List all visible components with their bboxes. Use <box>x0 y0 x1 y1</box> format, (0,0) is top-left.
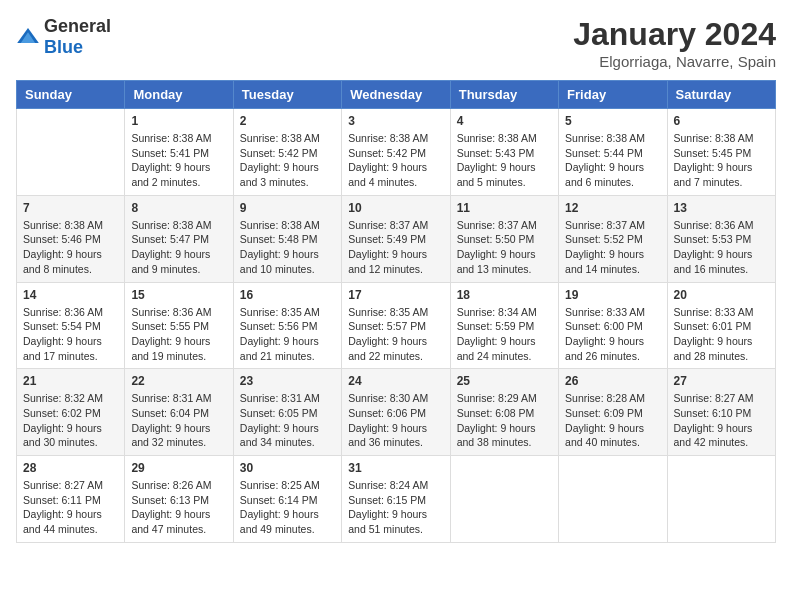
cell-content: Sunrise: 8:38 AM Sunset: 5:44 PM Dayligh… <box>565 131 660 190</box>
sunset: Sunset: 5:42 PM <box>348 147 426 159</box>
calendar-cell: 20 Sunrise: 8:33 AM Sunset: 6:01 PM Dayl… <box>667 282 775 369</box>
calendar-cell: 11 Sunrise: 8:37 AM Sunset: 5:50 PM Dayl… <box>450 195 558 282</box>
day-header-thursday: Thursday <box>450 81 558 109</box>
sunrise: Sunrise: 8:35 AM <box>240 306 320 318</box>
calendar-cell: 26 Sunrise: 8:28 AM Sunset: 6:09 PM Dayl… <box>559 369 667 456</box>
sunrise: Sunrise: 8:36 AM <box>674 219 754 231</box>
days-header-row: SundayMondayTuesdayWednesdayThursdayFrid… <box>17 81 776 109</box>
day-header-sunday: Sunday <box>17 81 125 109</box>
daylight: Daylight: 9 hours and 38 minutes. <box>457 422 536 449</box>
calendar-cell: 27 Sunrise: 8:27 AM Sunset: 6:10 PM Dayl… <box>667 369 775 456</box>
daylight: Daylight: 9 hours and 17 minutes. <box>23 335 102 362</box>
daylight: Daylight: 9 hours and 36 minutes. <box>348 422 427 449</box>
sunrise: Sunrise: 8:37 AM <box>348 219 428 231</box>
calendar-cell: 4 Sunrise: 8:38 AM Sunset: 5:43 PM Dayli… <box>450 109 558 196</box>
day-number: 21 <box>23 374 118 388</box>
sunrise: Sunrise: 8:36 AM <box>131 306 211 318</box>
sunrise: Sunrise: 8:38 AM <box>131 132 211 144</box>
sunset: Sunset: 5:57 PM <box>348 320 426 332</box>
sunset: Sunset: 5:44 PM <box>565 147 643 159</box>
cell-content: Sunrise: 8:28 AM Sunset: 6:09 PM Dayligh… <box>565 391 660 450</box>
day-number: 31 <box>348 461 443 475</box>
calendar-cell <box>667 456 775 543</box>
sunset: Sunset: 5:41 PM <box>131 147 209 159</box>
calendar-cell: 31 Sunrise: 8:24 AM Sunset: 6:15 PM Dayl… <box>342 456 450 543</box>
week-row-4: 21 Sunrise: 8:32 AM Sunset: 6:02 PM Dayl… <box>17 369 776 456</box>
cell-content: Sunrise: 8:27 AM Sunset: 6:10 PM Dayligh… <box>674 391 769 450</box>
calendar-cell: 22 Sunrise: 8:31 AM Sunset: 6:04 PM Dayl… <box>125 369 233 456</box>
day-number: 16 <box>240 288 335 302</box>
sunset: Sunset: 6:14 PM <box>240 494 318 506</box>
daylight: Daylight: 9 hours and 28 minutes. <box>674 335 753 362</box>
sunrise: Sunrise: 8:28 AM <box>565 392 645 404</box>
cell-content: Sunrise: 8:33 AM Sunset: 6:01 PM Dayligh… <box>674 305 769 364</box>
calendar-cell: 14 Sunrise: 8:36 AM Sunset: 5:54 PM Dayl… <box>17 282 125 369</box>
calendar-cell: 15 Sunrise: 8:36 AM Sunset: 5:55 PM Dayl… <box>125 282 233 369</box>
sunset: Sunset: 5:59 PM <box>457 320 535 332</box>
calendar-cell <box>559 456 667 543</box>
cell-content: Sunrise: 8:33 AM Sunset: 6:00 PM Dayligh… <box>565 305 660 364</box>
calendar-cell <box>17 109 125 196</box>
logo: General Blue <box>16 16 111 58</box>
sunrise: Sunrise: 8:36 AM <box>23 306 103 318</box>
day-header-tuesday: Tuesday <box>233 81 341 109</box>
day-number: 26 <box>565 374 660 388</box>
cell-content: Sunrise: 8:35 AM Sunset: 5:57 PM Dayligh… <box>348 305 443 364</box>
day-number: 3 <box>348 114 443 128</box>
calendar-cell: 30 Sunrise: 8:25 AM Sunset: 6:14 PM Dayl… <box>233 456 341 543</box>
week-row-2: 7 Sunrise: 8:38 AM Sunset: 5:46 PM Dayli… <box>17 195 776 282</box>
daylight: Daylight: 9 hours and 21 minutes. <box>240 335 319 362</box>
cell-content: Sunrise: 8:37 AM Sunset: 5:49 PM Dayligh… <box>348 218 443 277</box>
sunrise: Sunrise: 8:37 AM <box>457 219 537 231</box>
sunrise: Sunrise: 8:34 AM <box>457 306 537 318</box>
sunset: Sunset: 6:11 PM <box>23 494 101 506</box>
sunrise: Sunrise: 8:27 AM <box>674 392 754 404</box>
calendar-cell: 28 Sunrise: 8:27 AM Sunset: 6:11 PM Dayl… <box>17 456 125 543</box>
sunset: Sunset: 6:00 PM <box>565 320 643 332</box>
sunrise: Sunrise: 8:38 AM <box>565 132 645 144</box>
calendar-cell: 24 Sunrise: 8:30 AM Sunset: 6:06 PM Dayl… <box>342 369 450 456</box>
day-number: 15 <box>131 288 226 302</box>
cell-content: Sunrise: 8:38 AM Sunset: 5:48 PM Dayligh… <box>240 218 335 277</box>
page-header: General Blue January 2024 Elgorriaga, Na… <box>16 16 776 70</box>
day-number: 27 <box>674 374 769 388</box>
calendar-cell: 6 Sunrise: 8:38 AM Sunset: 5:45 PM Dayli… <box>667 109 775 196</box>
sunset: Sunset: 6:08 PM <box>457 407 535 419</box>
daylight: Daylight: 9 hours and 2 minutes. <box>131 161 210 188</box>
sunrise: Sunrise: 8:29 AM <box>457 392 537 404</box>
daylight: Daylight: 9 hours and 19 minutes. <box>131 335 210 362</box>
sunset: Sunset: 6:10 PM <box>674 407 752 419</box>
sunset: Sunset: 6:09 PM <box>565 407 643 419</box>
sunset: Sunset: 5:42 PM <box>240 147 318 159</box>
cell-content: Sunrise: 8:37 AM Sunset: 5:50 PM Dayligh… <box>457 218 552 277</box>
daylight: Daylight: 9 hours and 51 minutes. <box>348 508 427 535</box>
sunset: Sunset: 6:15 PM <box>348 494 426 506</box>
calendar-cell: 16 Sunrise: 8:35 AM Sunset: 5:56 PM Dayl… <box>233 282 341 369</box>
sunrise: Sunrise: 8:27 AM <box>23 479 103 491</box>
day-number: 10 <box>348 201 443 215</box>
cell-content: Sunrise: 8:25 AM Sunset: 6:14 PM Dayligh… <box>240 478 335 537</box>
week-row-5: 28 Sunrise: 8:27 AM Sunset: 6:11 PM Dayl… <box>17 456 776 543</box>
day-header-friday: Friday <box>559 81 667 109</box>
daylight: Daylight: 9 hours and 26 minutes. <box>565 335 644 362</box>
calendar-cell: 7 Sunrise: 8:38 AM Sunset: 5:46 PM Dayli… <box>17 195 125 282</box>
day-number: 13 <box>674 201 769 215</box>
cell-content: Sunrise: 8:31 AM Sunset: 6:05 PM Dayligh… <box>240 391 335 450</box>
cell-content: Sunrise: 8:30 AM Sunset: 6:06 PM Dayligh… <box>348 391 443 450</box>
daylight: Daylight: 9 hours and 7 minutes. <box>674 161 753 188</box>
daylight: Daylight: 9 hours and 14 minutes. <box>565 248 644 275</box>
sunset: Sunset: 5:45 PM <box>674 147 752 159</box>
calendar-cell: 25 Sunrise: 8:29 AM Sunset: 6:08 PM Dayl… <box>450 369 558 456</box>
sunset: Sunset: 6:13 PM <box>131 494 209 506</box>
daylight: Daylight: 9 hours and 16 minutes. <box>674 248 753 275</box>
cell-content: Sunrise: 8:35 AM Sunset: 5:56 PM Dayligh… <box>240 305 335 364</box>
day-number: 29 <box>131 461 226 475</box>
sunrise: Sunrise: 8:30 AM <box>348 392 428 404</box>
daylight: Daylight: 9 hours and 6 minutes. <box>565 161 644 188</box>
cell-content: Sunrise: 8:36 AM Sunset: 5:54 PM Dayligh… <box>23 305 118 364</box>
calendar-cell: 8 Sunrise: 8:38 AM Sunset: 5:47 PM Dayli… <box>125 195 233 282</box>
day-number: 25 <box>457 374 552 388</box>
cell-content: Sunrise: 8:38 AM Sunset: 5:46 PM Dayligh… <box>23 218 118 277</box>
sunset: Sunset: 5:43 PM <box>457 147 535 159</box>
cell-content: Sunrise: 8:38 AM Sunset: 5:43 PM Dayligh… <box>457 131 552 190</box>
